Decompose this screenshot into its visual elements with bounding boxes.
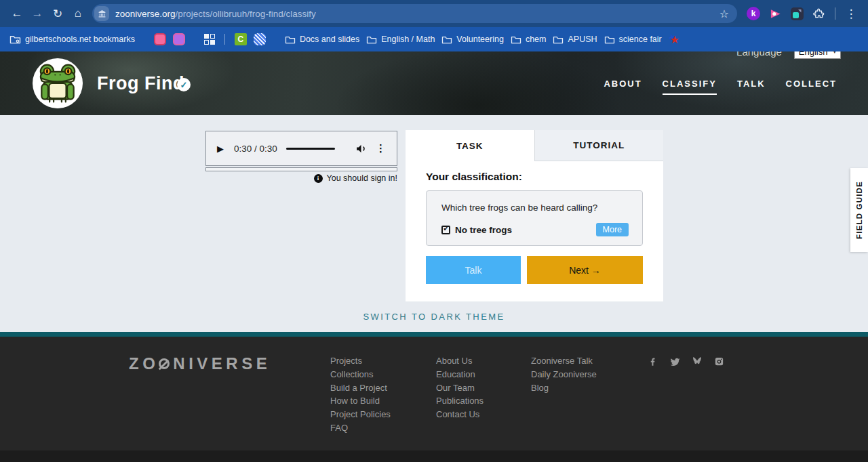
- tab-tutorial[interactable]: TUTORIAL: [534, 130, 664, 161]
- project-header: Language English ▾: [0, 51, 868, 115]
- folder-icon: [553, 35, 564, 44]
- footer-link[interactable]: Daily Zooniverse: [531, 368, 648, 381]
- forward-icon[interactable]: →: [27, 7, 47, 20]
- bookmark-folder-apush[interactable]: APUSH: [553, 35, 597, 44]
- footer-link[interactable]: Education: [436, 368, 531, 381]
- bookmark-folder-english-math[interactable]: English / Math: [366, 35, 435, 44]
- footer-link[interactable]: Collections: [330, 368, 436, 381]
- folder-icon: [366, 35, 377, 44]
- footer-link[interactable]: Publications: [436, 394, 531, 408]
- info-icon: i: [314, 174, 323, 183]
- footer-link[interactable]: Build a Project: [330, 381, 436, 395]
- footer-column-projects: Projects Collections Build a Project How…: [330, 354, 436, 450]
- home-icon[interactable]: ⌂: [68, 7, 88, 20]
- facebook-icon[interactable]: [648, 356, 658, 366]
- footer-bottom-bar: [0, 450, 868, 462]
- footer-link[interactable]: About Us: [436, 354, 531, 368]
- zooniverse-logo[interactable]: ZO NIVERSE: [129, 354, 330, 373]
- approved-badge-icon: ✓: [177, 78, 191, 91]
- bookmark-folder-chem[interactable]: chem: [511, 35, 547, 44]
- bluesky-icon[interactable]: [692, 356, 703, 366]
- toolbar-separator: [835, 7, 835, 20]
- classification-heading: Your classification:: [426, 171, 643, 183]
- back-icon[interactable]: ←: [7, 7, 27, 20]
- nav-classify[interactable]: CLASSIFY: [663, 79, 717, 95]
- bookmark-label: Volunteering: [456, 35, 504, 44]
- url-path: /projects/ollibruuh/frog-find/classify: [176, 9, 316, 19]
- bookmarks-manager[interactable]: gilbertschools.net bookmarks: [9, 35, 135, 44]
- language-row: Language English ▾: [736, 51, 841, 60]
- address-bar[interactable]: zooniverse.org/projects/ollibruuh/frog-f…: [92, 4, 737, 23]
- field-guide-tab[interactable]: FIELD GUIDE: [850, 168, 868, 252]
- canvas-icon[interactable]: C: [235, 33, 247, 45]
- bookmark-folder-science-fair[interactable]: science fair: [604, 35, 662, 44]
- footer-link[interactable]: FAQ: [330, 421, 436, 435]
- answer-option[interactable]: ✓ No tree frogs: [441, 225, 512, 235]
- logo-text-right: NIVERSE: [173, 354, 271, 373]
- theme-toggle-link[interactable]: SWITCH TO DARK THEME: [363, 312, 505, 322]
- project-title: Frog Find: [97, 73, 184, 94]
- more-button[interactable]: More: [596, 223, 629, 236]
- footer-column-about: About Us Education Our Team Publications…: [436, 354, 531, 450]
- bookmarks-bar: gilbertschools.net bookmarks C Docs and …: [0, 27, 868, 51]
- play-icon[interactable]: ▶: [217, 144, 224, 154]
- tab-task[interactable]: TASK: [406, 130, 534, 161]
- bookmarks-manager-label: gilbertschools.net bookmarks: [25, 35, 135, 44]
- site-info-icon[interactable]: [94, 6, 109, 21]
- footer-accent-bar: [0, 332, 868, 337]
- footer-link[interactable]: Zooniverse Talk: [531, 354, 648, 368]
- twitter-icon[interactable]: [669, 356, 680, 366]
- checkmark-icon: ✓: [443, 224, 450, 232]
- pink-arrow-extension-icon[interactable]: [768, 6, 783, 21]
- seek-bar[interactable]: [286, 148, 335, 150]
- bookmark-label: APUSH: [568, 35, 597, 44]
- talk-button[interactable]: Talk: [426, 256, 521, 284]
- footer-link[interactable]: Contact Us: [436, 408, 531, 421]
- kami-extension-icon[interactable]: k: [746, 6, 761, 21]
- nav-collect[interactable]: COLLECT: [786, 79, 837, 95]
- answer-checkbox[interactable]: ✓: [441, 226, 450, 234]
- footer-link[interactable]: Blog: [531, 381, 648, 395]
- language-selected-value: English: [799, 51, 828, 57]
- bookmark-folder-docs[interactable]: Docs and slides: [285, 35, 359, 44]
- footer-link[interactable]: Our Team: [436, 381, 531, 395]
- bookmark-label: English / Math: [381, 35, 435, 44]
- player-menu-icon[interactable]: ⋮: [376, 142, 386, 154]
- bookmark-folder-volunteering[interactable]: Volunteering: [441, 35, 504, 44]
- purple-app-icon[interactable]: [173, 33, 185, 45]
- grid-app-icon[interactable]: [204, 34, 215, 45]
- footer-link[interactable]: How to Build: [330, 394, 436, 408]
- browser-menu-icon[interactable]: ⋮: [841, 7, 861, 21]
- nav-talk[interactable]: TALK: [737, 79, 766, 95]
- subject-viewer-strip: [205, 167, 397, 171]
- question-box: Which tree frogs can be heard calling? ✓…: [426, 190, 643, 246]
- bookmark-label: Docs and slides: [300, 35, 359, 44]
- next-button[interactable]: Next →: [527, 256, 643, 284]
- footer-link[interactable]: Project Policies: [330, 408, 436, 421]
- folder-icon: [285, 35, 296, 44]
- answer-label: No tree frogs: [455, 225, 512, 235]
- signin-note: i You should sign in!: [205, 173, 397, 183]
- red-star-favicon-bookmark[interactable]: ★ ★: [669, 33, 682, 45]
- field-guide-label: FIELD GUIDE: [855, 181, 863, 239]
- footer-link[interactable]: Projects: [330, 354, 436, 368]
- bookmark-star-icon[interactable]: ☆: [715, 7, 733, 20]
- reload-icon[interactable]: ↻: [47, 7, 68, 21]
- nav-about[interactable]: ABOUT: [604, 79, 642, 95]
- extensions-puzzle-icon[interactable]: [811, 6, 826, 21]
- folder-gear-icon: [9, 35, 21, 44]
- language-select[interactable]: English ▾: [794, 51, 841, 59]
- instagram-icon[interactable]: [714, 356, 724, 366]
- blue-striped-icon[interactable]: [254, 33, 266, 45]
- project-avatar[interactable]: [33, 58, 83, 108]
- zooniverse-logo-o-icon: [159, 358, 170, 369]
- volume-icon[interactable]: [355, 143, 367, 154]
- chevron-down-icon: ▾: [833, 51, 836, 55]
- folder-icon: [441, 35, 452, 44]
- footer-column-talk: Zooniverse Talk Daily Zooniverse Blog: [531, 354, 648, 450]
- social-icons: [648, 354, 724, 450]
- signin-note-text: You should sign in!: [327, 173, 397, 183]
- dark-extension-icon[interactable]: [789, 6, 804, 21]
- pink-app-icon[interactable]: [154, 33, 166, 45]
- project-nav: ABOUT CLASSIFY TALK COLLECT: [604, 79, 837, 95]
